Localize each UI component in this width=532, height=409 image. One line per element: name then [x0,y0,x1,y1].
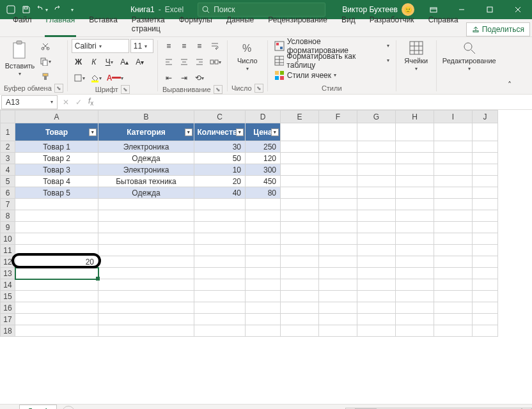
cell[interactable] [434,302,473,314]
row-header[interactable]: 2 [1,141,15,153]
col-header[interactable]: G [357,111,396,123]
cell[interactable]: Товар 4 [15,176,98,187]
cell[interactable] [396,291,434,302]
align-right-button[interactable] [192,55,207,69]
cell[interactable] [434,141,473,153]
row-header[interactable]: 16 [1,302,15,314]
cell[interactable] [473,199,498,210]
row-header[interactable]: 15 [1,291,15,302]
cell[interactable] [15,233,98,245]
font-launcher[interactable]: ⬊ [121,85,130,94]
cell[interactable] [434,153,473,164]
cell[interactable] [396,222,434,233]
cell[interactable] [434,325,473,337]
cell[interactable] [246,233,281,245]
number-launcher[interactable]: ⬊ [254,84,263,93]
cell[interactable] [473,187,498,199]
cell[interactable] [396,164,434,176]
cell[interactable] [246,210,281,222]
cell[interactable] [15,199,98,210]
cell[interactable] [357,123,396,141]
selection-grip[interactable] [96,277,100,281]
font-size-combo[interactable]: 11▾ [130,39,153,53]
close-button[interactable] [504,0,532,19]
cell[interactable] [396,123,434,141]
cell[interactable] [246,291,281,302]
cell[interactable] [319,141,357,153]
alignment-launcher[interactable]: ⬊ [214,85,223,94]
bold-button[interactable]: Ж [72,55,86,69]
cell[interactable] [396,245,434,256]
cell[interactable] [15,222,98,233]
orientation-button[interactable]: ⟲▾ [192,71,207,85]
font-color-button[interactable]: A▾ [105,71,126,85]
cell[interactable]: Одежда [98,153,194,164]
cell[interactable] [98,233,194,245]
maximize-button[interactable] [476,0,504,19]
filter-icon[interactable]: ▾ [236,128,244,136]
cell[interactable] [357,153,396,164]
table-header-cell[interactable]: Категория▾ [98,123,194,141]
cell[interactable] [281,291,319,302]
copy-button[interactable]: ▾ [38,54,53,68]
cell[interactable] [281,314,319,325]
cell[interactable]: 120 [246,153,281,164]
row-header[interactable]: 4 [1,164,15,176]
cell[interactable] [15,302,98,314]
cell[interactable] [319,164,357,176]
cut-button[interactable] [38,39,53,53]
cell[interactable] [15,245,98,256]
align-bottom-button[interactable]: ≡ [192,39,207,53]
cell[interactable] [473,279,498,291]
col-header[interactable]: C [194,111,246,123]
ribbon-tab-разметка страниц[interactable]: Разметка страниц [125,12,171,36]
cell[interactable]: 40 [194,187,246,199]
cell[interactable] [319,291,357,302]
cell[interactable] [194,210,246,222]
ribbon-tab-справка[interactable]: Справка [422,12,465,36]
cell[interactable] [246,256,281,268]
fx-icon[interactable]: fx [88,96,93,107]
cell[interactable] [319,302,357,314]
cell[interactable] [246,268,281,279]
cell[interactable] [281,302,319,314]
cell[interactable]: Товар 3 [15,164,98,176]
table-header-cell[interactable]: Товар▾ [15,123,98,141]
cell[interactable] [246,245,281,256]
cell[interactable]: Товар 2 [15,153,98,164]
cell[interactable] [473,268,498,279]
cell[interactable] [281,233,319,245]
cell[interactable] [357,314,396,325]
row-header[interactable]: 3 [1,153,15,164]
cell[interactable]: 10 [194,164,246,176]
grow-font-button[interactable]: A▴ [118,55,132,69]
col-header[interactable]: B [98,111,194,123]
collapse-ribbon-button[interactable]: ˄ [502,76,517,94]
cell[interactable] [473,141,498,153]
cell[interactable] [15,279,98,291]
ribbon-tab-вставка[interactable]: Вставка [82,12,124,36]
cell[interactable] [98,279,194,291]
row-header[interactable]: 13 [1,268,15,279]
cell[interactable] [281,325,319,337]
cell[interactable] [246,325,281,337]
cell[interactable] [281,164,319,176]
cell[interactable] [98,245,194,256]
cell[interactable] [396,153,434,164]
cell[interactable] [319,187,357,199]
cell[interactable] [98,222,194,233]
cell[interactable] [194,245,246,256]
cell[interactable] [98,325,194,337]
cell[interactable] [396,279,434,291]
cell[interactable] [434,256,473,268]
cell[interactable] [434,123,473,141]
cell[interactable] [281,141,319,153]
merge-button[interactable]: ▾ [208,55,223,69]
cell[interactable] [194,325,246,337]
cell[interactable] [194,279,246,291]
cell[interactable] [194,222,246,233]
cell[interactable] [357,325,396,337]
cell[interactable] [281,222,319,233]
cell[interactable] [319,199,357,210]
align-left-button[interactable] [162,55,176,69]
